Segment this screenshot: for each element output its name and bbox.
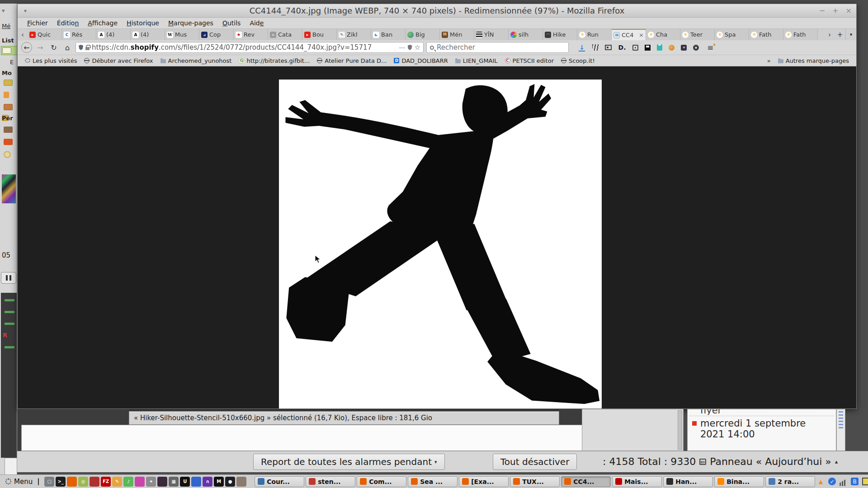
menu-dition[interactable]: Édition — [53, 19, 83, 28]
window-menu-caret-icon[interactable]: ▾ — [24, 8, 27, 14]
clipboard-icon[interactable] — [657, 44, 662, 51]
taskbar-window-com[interactable]: Com... — [357, 476, 406, 487]
launcher-obs-icon[interactable]: ● — [225, 477, 235, 487]
url-text[interactable]: https://cdn.shopify.com/s/files/1/2524/0… — [92, 43, 397, 52]
tab-cop-5[interactable]: Cop — [199, 29, 234, 40]
launcher-music-icon[interactable]: ♪ — [123, 477, 133, 487]
tab-spa-20[interactable]: Spa — [715, 29, 749, 40]
menu-historique[interactable]: Historique — [123, 19, 163, 28]
taskbar-window-cc4[interactable]: CC4... — [561, 476, 611, 487]
display-icon[interactable] — [862, 478, 868, 485]
launcher-file-manager-icon[interactable]: ▢ — [44, 477, 54, 487]
menu-outils[interactable]: Outils — [218, 19, 245, 28]
reload-button[interactable]: ↻ — [48, 42, 59, 53]
tab-rés-1[interactable]: Rés — [62, 29, 96, 40]
tab-fath-22[interactable]: Fath — [783, 29, 818, 40]
tab-scroll-left-icon[interactable]: ‹ — [18, 29, 28, 40]
taskbar-window-han[interactable]: Han... — [663, 476, 713, 487]
page-actions-icon[interactable]: ⋯ — [399, 44, 406, 51]
workspace-pager[interactable] — [38, 478, 39, 485]
download-icon[interactable]: ↓ — [578, 43, 586, 52]
calendar-event[interactable]: mercredi 1 septembre 2021 14:00 — [688, 417, 836, 440]
tab-rev-6[interactable]: Rev — [234, 29, 268, 40]
other-bookmarks-folder[interactable]: Autres marque-pages — [775, 56, 852, 65]
tab-bou-8[interactable]: Bou — [302, 29, 337, 40]
bookmark-daddolibarr[interactable]: DAD_DOLIBARR — [391, 56, 450, 65]
launcher-photos-icon[interactable] — [135, 477, 145, 487]
tab-ban-10[interactable]: Ban — [371, 29, 406, 40]
leftapp-selected-item[interactable] — [1, 46, 17, 55]
bookmarks-overflow-icon[interactable]: » — [764, 57, 774, 64]
minimize-button[interactable]: − — [819, 6, 825, 15]
tab-scroll-right-icon[interactable]: › — [825, 29, 835, 40]
launcher-gimp-icon[interactable] — [236, 477, 246, 487]
search-input[interactable] — [437, 43, 565, 52]
hamburger-menu-icon[interactable]: ≡ — [706, 43, 714, 52]
vlc-cone-icon[interactable]: ▲ — [817, 478, 825, 485]
save-page-icon[interactable] — [645, 45, 651, 51]
launcher-paint-icon[interactable] — [191, 477, 201, 487]
tab-quic-0[interactable]: Quic — [28, 29, 62, 40]
launcher-m-app-icon[interactable]: M — [214, 477, 224, 487]
bookmark-archeomedyunohost[interactable]: Archeomed_yunohost — [158, 56, 235, 65]
url-bar[interactable]: https://cdn.shopify.com/s/files/1/2524/0… — [75, 42, 424, 53]
tab-silh-14[interactable]: silh — [509, 29, 543, 40]
launcher-filezilla-icon[interactable]: FZ — [101, 477, 111, 487]
tab-close-icon[interactable]: × — [639, 32, 644, 38]
webcam-icon[interactable] — [693, 45, 699, 51]
tab-fath-21[interactable]: Fath — [749, 29, 783, 40]
menu-marquepages[interactable]: Marque-pages — [164, 19, 217, 28]
forward-button[interactable]: → — [35, 42, 46, 53]
tab-cata-7[interactable]: Cata — [268, 29, 302, 40]
tab-mus-4[interactable]: Mus — [165, 29, 199, 40]
bookmark-httpbitratesgifbit[interactable]: http://bitrates.gifbit... — [236, 56, 312, 65]
tab-4-3[interactable]: (4) — [131, 29, 165, 40]
bookmark-dbuteravecfirefox[interactable]: Débuter avec Firefox — [81, 56, 156, 65]
launcher-firefox-icon[interactable] — [67, 477, 77, 487]
camera-icon[interactable] — [4, 127, 13, 133]
picture-icon[interactable] — [4, 104, 13, 110]
tab-mén-12[interactable]: Mén — [440, 29, 474, 40]
postpone-alarms-button[interactable]: Report de toutes les alarmes pendant ▾ — [253, 454, 445, 470]
disc-icon[interactable] — [4, 151, 11, 158]
launcher-unity-icon[interactable]: U — [180, 477, 190, 487]
applications-menu-button[interactable]: Menu — [2, 476, 36, 488]
taskbar-window-sten[interactable]: sten... — [306, 476, 355, 487]
taskbar-window-mais[interactable]: Mais... — [612, 476, 662, 487]
addon-dark-icon[interactable] — [681, 45, 687, 51]
network-signal-icon[interactable] — [840, 479, 847, 486]
home-button[interactable]: ⌂ — [62, 42, 73, 53]
tab-big-11[interactable]: Big — [406, 29, 440, 40]
bluetooth-icon[interactable]: B — [851, 478, 859, 485]
film-icon[interactable] — [4, 80, 13, 86]
taskbar-window-2ra[interactable]: 2 ra... — [765, 476, 815, 487]
bookmark-scoopit[interactable]: Scoop.it! — [558, 56, 598, 65]
tab-run-16[interactable]: Run — [577, 29, 612, 40]
launcher-calculator-icon[interactable]: ▦ — [169, 477, 179, 487]
taskbar-window-cour[interactable]: Cour... — [255, 476, 304, 487]
tab-4-2[interactable]: (4) — [96, 29, 131, 40]
launcher-flare-icon[interactable]: ✦ — [146, 477, 156, 487]
back-button[interactable]: ← — [21, 42, 32, 53]
bookmark-petsciieditor[interactable]: PETSCII editor — [502, 56, 557, 65]
music-note-icon[interactable] — [4, 92, 9, 98]
disable-all-button[interactable]: Tout désactiver — [493, 454, 577, 470]
launcher-red-tool-icon[interactable] — [90, 477, 99, 487]
taskbar-window-bina[interactable]: Bina... — [714, 476, 764, 487]
device-icon[interactable] — [4, 139, 13, 145]
tracking-shield-icon[interactable] — [79, 45, 83, 50]
bookmark-atelierpuredatad[interactable]: Atelier Pure Data D... — [314, 56, 389, 65]
menu-fichier[interactable]: Fichier — [23, 19, 52, 28]
collapse-icon[interactable]: ▴ — [835, 458, 838, 465]
launcher-green-app-icon[interactable]: ◎ — [78, 477, 88, 487]
addon-orange-icon[interactable] — [669, 45, 675, 51]
tab-cha-18[interactable]: Cha — [646, 29, 680, 40]
permissions-icon[interactable] — [408, 45, 412, 50]
tab-teer-19[interactable]: Teer — [680, 29, 715, 40]
bookmark-liengmail[interactable]: LIEN_GMAIL — [453, 56, 500, 65]
shield-icon[interactable]: ✓ — [828, 478, 836, 485]
tab-yīn-13[interactable]: YĪN — [474, 29, 509, 40]
menu-aide[interactable]: Aide — [245, 19, 268, 28]
menu-affichage[interactable]: Affichage — [84, 19, 122, 28]
search-bar[interactable] — [426, 42, 569, 53]
